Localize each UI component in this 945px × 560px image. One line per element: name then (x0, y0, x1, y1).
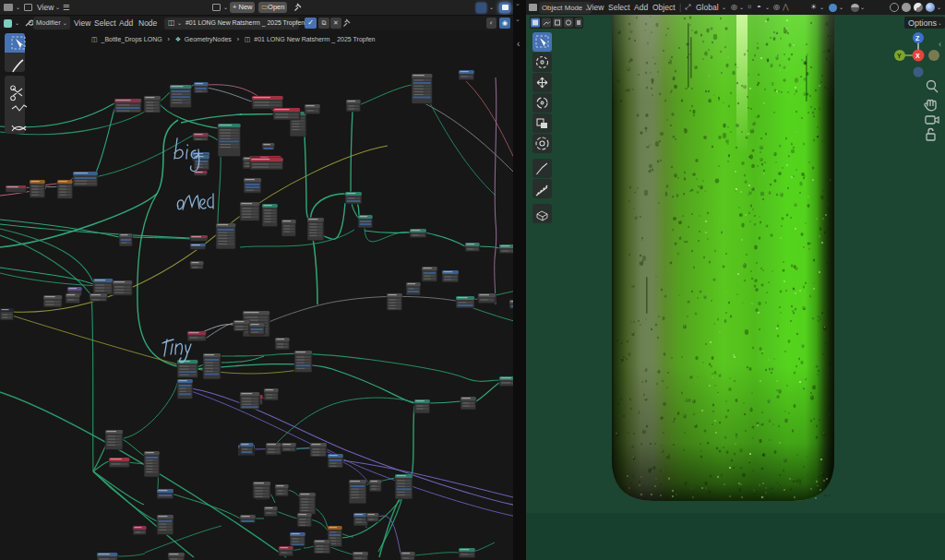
svg-text:‹: ‹ (939, 40, 941, 49)
svg-text:X: X (915, 53, 920, 59)
svg-text:⌄: ⌄ (938, 20, 942, 26)
svg-text:Z: Z (915, 35, 920, 42)
svg-text:Y: Y (897, 53, 902, 59)
svg-text:Options: Options (908, 18, 938, 28)
